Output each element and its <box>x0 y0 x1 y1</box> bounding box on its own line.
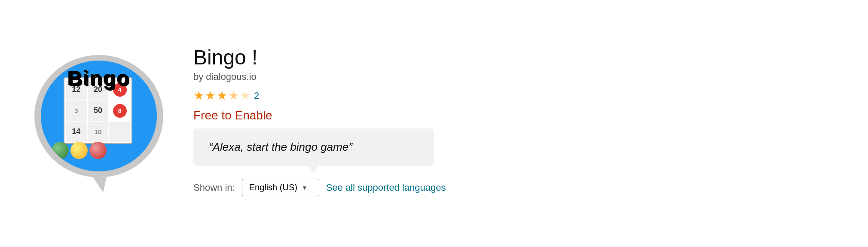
bingo-cell: 14 <box>66 122 87 142</box>
bingo-scene: Bingo 12 20 4 3 50 8 14 10 <box>47 64 150 168</box>
bubble-tail <box>90 173 107 192</box>
bingo-cell-red: 8 <box>113 104 127 118</box>
ball-green <box>52 142 69 159</box>
skill-icon-bubble: Bingo 12 20 4 3 50 8 14 10 <box>34 55 163 192</box>
rating-row: ★ ★ ★ ★ ★ 2 <box>193 88 842 103</box>
skill-icon-wrapper: Bingo 12 20 4 3 50 8 14 10 <box>26 38 172 210</box>
rating-count[interactable]: 2 <box>254 90 259 101</box>
language-row: Shown in: English (US) ▼ See all support… <box>193 179 842 196</box>
star-4: ★ <box>228 88 239 103</box>
ball-yellow <box>70 142 88 159</box>
bingo-balls <box>52 142 107 159</box>
bingo-cell: 10 <box>88 122 109 142</box>
sample-utterance-box: “Alexa, start the bingo game” <box>193 128 434 166</box>
skill-image: Bingo 12 20 4 3 50 8 14 10 <box>41 61 157 171</box>
bingo-cell <box>109 122 130 142</box>
chevron-down-icon: ▼ <box>302 184 308 191</box>
see-all-languages-link[interactable]: See all supported languages <box>326 182 446 193</box>
main-container: Bingo 12 20 4 3 50 8 14 10 <box>26 38 842 210</box>
ball-red <box>89 142 107 159</box>
price-label: Free to Enable <box>193 109 842 122</box>
star-1: ★ <box>193 88 204 103</box>
shown-in-label: Shown in: <box>193 182 235 193</box>
utterance-text: “Alexa, start the bingo game” <box>209 140 352 153</box>
star-3: ★ <box>217 88 227 103</box>
star-5: ★ <box>240 88 251 103</box>
star-2: ★ <box>205 88 216 103</box>
bingo-cell: 3 <box>66 101 87 121</box>
bingo-cell: 50 <box>88 101 109 121</box>
bubble-body: Bingo 12 20 4 3 50 8 14 10 <box>34 55 163 177</box>
bingo-word: Bingo <box>67 67 130 90</box>
skill-details: Bingo ! by dialogous.io ★ ★ ★ ★ ★ 2 Free… <box>193 38 842 197</box>
language-select[interactable]: English (US) ▼ <box>242 179 319 196</box>
star-rating: ★ ★ ★ ★ ★ <box>193 88 251 103</box>
language-selected-value: English (US) <box>249 183 297 192</box>
skill-title: Bingo ! <box>193 46 842 69</box>
skill-author: by dialogous.io <box>193 71 842 82</box>
